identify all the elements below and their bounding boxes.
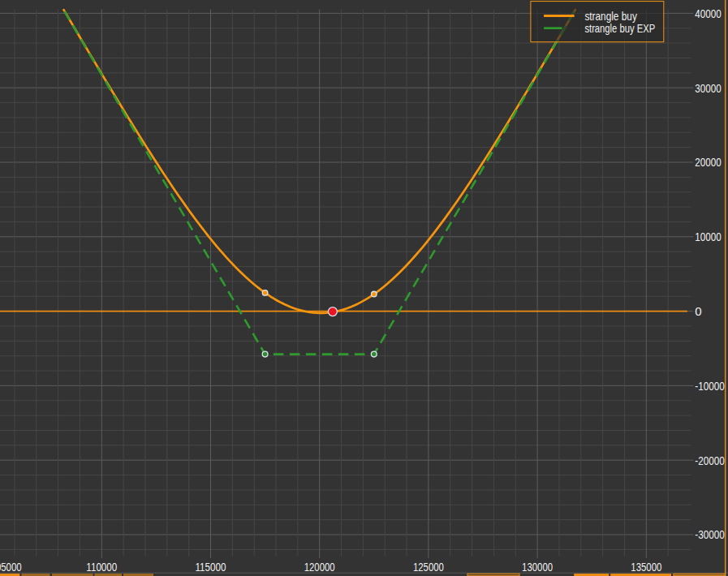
svg-text:40000: 40000	[695, 6, 721, 20]
svg-text:125000: 125000	[413, 560, 444, 574]
svg-text:135000: 135000	[631, 560, 661, 574]
svg-text:30000: 30000	[695, 81, 721, 95]
svg-text:-30000: -30000	[695, 527, 725, 541]
svg-text:120000: 120000	[304, 560, 335, 574]
svg-text:115000: 115000	[196, 560, 226, 574]
svg-text:-10000: -10000	[695, 379, 725, 393]
svg-text:10000: 10000	[695, 230, 721, 243]
svg-text:105000: 105000	[0, 560, 22, 574]
svg-text:0: 0	[695, 304, 701, 318]
svg-text:130000: 130000	[522, 560, 553, 574]
svg-text:20000: 20000	[695, 155, 721, 169]
svg-text:110000: 110000	[86, 560, 117, 574]
svg-text:strangle buy: strangle buy	[584, 9, 637, 23]
svg-text:-20000: -20000	[695, 453, 725, 467]
svg-text:strangle buy EXP: strangle buy EXP	[584, 21, 655, 35]
